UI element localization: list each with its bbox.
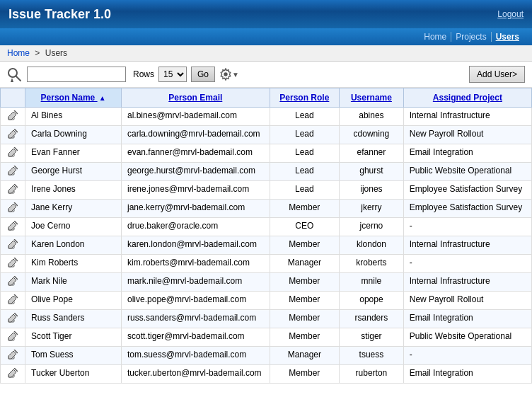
users-table-wrapper: Person Name ▲ Person Email Person Role U… <box>0 88 532 384</box>
cell-name: Joe Cerno <box>25 218 122 236</box>
edit-icon[interactable] <box>8 202 18 212</box>
sort-role-link[interactable]: Person Role <box>279 93 329 103</box>
cell-username: opope <box>340 292 404 310</box>
edit-icon[interactable] <box>8 258 18 267</box>
breadcrumb: Home > Users <box>0 45 532 62</box>
cell-name: Irene Jones <box>25 181 122 200</box>
svg-marker-2 <box>11 78 13 82</box>
gear-dropdown-arrow: ▼ <box>232 71 239 79</box>
col-header-project[interactable]: Assigned Project <box>403 88 531 108</box>
cell-project: Email Integration <box>403 365 531 384</box>
edit-icon[interactable] <box>8 350 18 359</box>
cell-role: Member <box>270 292 340 310</box>
cell-project: Public Website Operational <box>403 328 531 347</box>
edit-cell <box>1 218 25 236</box>
cell-email: drue.baker@oracle.com <box>122 218 270 236</box>
cell-project: Email Integration <box>403 310 531 328</box>
table-row: Irene Jonesirene.jones@mrvl-bademail.com… <box>1 181 532 200</box>
nav-home[interactable]: Home <box>420 32 451 42</box>
sort-email-link[interactable]: Person Email <box>168 93 222 103</box>
edit-icon[interactable] <box>8 166 18 176</box>
cell-role: Manager <box>270 347 340 365</box>
table-row: George Hurstgeorge.hurst@mrvl-bademail.c… <box>1 163 532 181</box>
rows-select[interactable]: 15 25 50 <box>158 67 187 82</box>
edit-cell <box>1 200 25 218</box>
breadcrumb-home[interactable]: Home <box>7 48 30 58</box>
add-user-button[interactable]: Add User> <box>469 66 525 83</box>
cell-email: russ.sanders@mrvl-bademail.com <box>122 310 270 328</box>
edit-icon[interactable] <box>8 294 18 304</box>
edit-icon[interactable] <box>8 221 18 231</box>
cell-project: - <box>403 347 531 365</box>
cell-username: jkerry <box>340 200 404 218</box>
edit-icon[interactable] <box>8 147 18 157</box>
cell-username: kroberts <box>340 255 404 273</box>
cell-username: rsanders <box>340 310 404 328</box>
cell-project: Email Integration <box>403 144 531 163</box>
sort-username-link[interactable]: Username <box>351 93 392 103</box>
cell-username: jcerno <box>340 218 404 236</box>
table-row: Tucker Ubertontucker.uberton@mrvl-badema… <box>1 365 532 384</box>
cell-role: Member <box>270 200 340 218</box>
cell-name: Al Bines <box>25 108 122 126</box>
col-header-email[interactable]: Person Email <box>122 88 270 108</box>
cell-email: evan.fanner@mrvl-bademail.com <box>122 144 270 163</box>
cell-role: Member <box>270 365 340 384</box>
table-row: Mark Nilemark.nile@mrvl-bademail.comMemb… <box>1 273 532 292</box>
cell-name: Kim Roberts <box>25 255 122 273</box>
edit-icon[interactable] <box>8 239 18 249</box>
col-header-username[interactable]: Username <box>340 88 404 108</box>
cell-email: kim.roberts@mrvl-bademail.com <box>122 255 270 273</box>
edit-icon[interactable] <box>8 331 18 341</box>
cell-role: Lead <box>270 163 340 181</box>
edit-cell <box>1 236 25 255</box>
edit-icon[interactable] <box>8 129 18 139</box>
edit-icon[interactable] <box>8 276 18 286</box>
sort-project-link[interactable]: Assigned Project <box>433 93 502 103</box>
cell-username: efanner <box>340 144 404 163</box>
go-button[interactable]: Go <box>191 67 215 82</box>
edit-cell <box>1 181 25 200</box>
cell-email: carla.downing@mrvl-bademail.com <box>122 126 270 144</box>
cell-email: al.bines@mrvl-bademail.com <box>122 108 270 126</box>
cell-email: olive.pope@mrvl-bademail.com <box>122 292 270 310</box>
nav-users[interactable]: Users <box>492 32 524 42</box>
edit-icon[interactable] <box>8 110 18 120</box>
edit-icon[interactable] <box>8 184 18 194</box>
cell-email: tucker.uberton@mrvl-bademail.com <box>122 365 270 384</box>
cell-role: CEO <box>270 218 340 236</box>
cell-project: Internal Infrastructure <box>403 273 531 292</box>
sort-name-link[interactable]: Person Name ▲ <box>41 93 106 103</box>
table-header-row: Person Name ▲ Person Email Person Role U… <box>1 88 532 108</box>
logout-link[interactable]: Logout <box>497 9 524 19</box>
cell-role: Lead <box>270 126 340 144</box>
col-header-edit <box>1 88 25 108</box>
edit-icon[interactable] <box>8 313 18 323</box>
table-row: Joe Cernodrue.baker@oracle.comCEOjcerno- <box>1 218 532 236</box>
col-header-name[interactable]: Person Name ▲ <box>25 88 122 108</box>
toolbar: Rows 15 25 50 Go ▼ Add User> <box>0 62 532 88</box>
search-input[interactable] <box>27 67 126 82</box>
svg-point-3 <box>224 72 227 76</box>
cell-name: Karen London <box>25 236 122 255</box>
gear-button[interactable]: ▼ <box>219 68 239 81</box>
edit-cell <box>1 144 25 163</box>
edit-cell <box>1 163 25 181</box>
sort-arrow-name: ▲ <box>99 94 106 102</box>
edit-icon[interactable] <box>8 368 18 378</box>
cell-role: Lead <box>270 108 340 126</box>
nav-projects[interactable]: Projects <box>451 32 491 42</box>
cell-email: george.hurst@mrvl-bademail.com <box>122 163 270 181</box>
cell-project: - <box>403 255 531 273</box>
users-table: Person Name ▲ Person Email Person Role U… <box>0 88 532 384</box>
search-icon <box>7 67 23 82</box>
cell-username: klondon <box>340 236 404 255</box>
cell-username: ghurst <box>340 163 404 181</box>
cell-name: Russ Sanders <box>25 310 122 328</box>
svg-point-0 <box>8 69 17 77</box>
col-header-role[interactable]: Person Role <box>270 88 340 108</box>
cell-username: ijones <box>340 181 404 200</box>
cell-role: Lead <box>270 181 340 200</box>
cell-name: George Hurst <box>25 163 122 181</box>
table-row: Olive Popeolive.pope@mrvl-bademail.comMe… <box>1 292 532 310</box>
